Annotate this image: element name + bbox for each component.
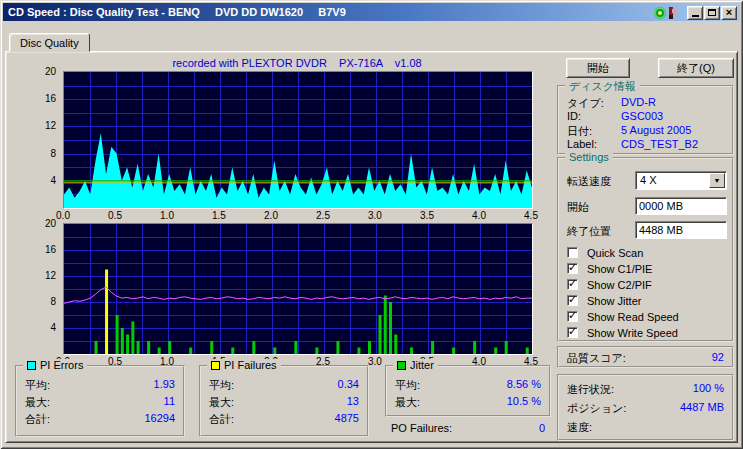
disc-info-row: タイプ:DVD-R — [567, 96, 724, 110]
show-read-speed-checkbox[interactable]: ✓ — [567, 311, 578, 322]
maximize-icon — [708, 9, 716, 16]
maximize-button[interactable] — [704, 6, 720, 20]
group-title: ディスク情報 — [569, 79, 636, 94]
title-bar[interactable]: CD Speed : Disc Quality Test - BENQ DVD … — [3, 3, 740, 21]
cd-icon-button[interactable] — [651, 5, 668, 20]
stat-value: 16294 — [144, 412, 175, 424]
disc-info-label: Label: — [567, 138, 597, 150]
checkbox-row-show-write-speed[interactable]: ✓ Show Write Speed — [567, 327, 726, 341]
jitter-group: Jitter 平均:8.56 % 最大:10.5 % — [385, 365, 551, 417]
stat-label: 平均: — [209, 378, 234, 393]
pi-errors-color-swatch — [27, 361, 36, 370]
app-window: CD Speed : Disc Quality Test - BENQ DVD … — [0, 0, 743, 449]
camera-icon — [669, 7, 673, 19]
quick-scan-checkbox[interactable]: ✓ — [567, 247, 578, 258]
bottom-chart-y-axis-labels: 20161284 — [34, 223, 60, 353]
jitter-color-swatch — [397, 361, 406, 370]
end-position-label: 終了位置 — [567, 224, 611, 239]
transfer-speed-label: 転送速度 — [567, 174, 611, 189]
chevron-down-icon[interactable]: ▼ — [709, 173, 725, 188]
start-position-input[interactable] — [635, 197, 727, 215]
position-row: ポジション: 4487 MB — [567, 401, 724, 415]
speed-label: 速度: — [567, 420, 592, 435]
disc-info-value: GSC003 — [621, 110, 663, 122]
stat-label: 平均: — [25, 378, 50, 393]
top-chart-y-axis-labels: 20161284 — [34, 71, 60, 207]
disc-info-group-title: ディスク情報 — [565, 79, 640, 94]
show-write-speed-checkbox[interactable]: ✓ — [567, 327, 578, 338]
stat-label: 最大: — [25, 395, 50, 410]
settings-group-title: Settings — [565, 151, 613, 163]
group-title: PI Failures — [224, 359, 277, 371]
stat-row: 平均:0.34 — [209, 378, 359, 392]
checkbox-label: Show Read Speed — [587, 311, 679, 323]
tab-page: recorded with PLEXTOR DVDR PX-716A v1.08… — [5, 51, 738, 443]
speed-row: 速度: — [567, 420, 724, 434]
check-icon: ✓ — [568, 325, 577, 338]
stat-row: 平均:1.93 — [25, 378, 175, 392]
show-c2-pif-checkbox[interactable]: ✓ — [567, 279, 578, 290]
pi-failures-color-swatch — [211, 361, 220, 370]
end-position-input[interactable] — [635, 221, 727, 239]
titlebar-buttons: × — [651, 5, 737, 20]
stat-value: 4875 — [335, 412, 359, 424]
minimize-button[interactable] — [687, 6, 703, 20]
disc-info-label: ID: — [567, 110, 581, 122]
group-title: Settings — [569, 151, 609, 163]
stat-row: 最大:13 — [209, 395, 359, 409]
po-failures-row: PO Failures: 0 — [391, 422, 545, 436]
disc-info-value: 5 August 2005 — [621, 124, 691, 136]
check-icon: ✓ — [568, 293, 577, 306]
checkbox-row-show-c2-pif[interactable]: ✓ Show C2/PIF — [567, 279, 726, 293]
progress-value: 100 % — [693, 382, 724, 394]
checkbox-row-show-read-speed[interactable]: ✓ Show Read Speed — [567, 311, 726, 325]
exit-button[interactable]: 終了(Q) — [658, 58, 734, 78]
close-button[interactable]: × — [721, 6, 737, 20]
disc-info-group: ディスク情報 タイプ:DVD-R ID:GSC003 日付:5 August 2… — [557, 85, 734, 155]
checkbox-label: Quick Scan — [587, 247, 643, 259]
stat-label: 平均: — [395, 378, 420, 393]
position-value: 4487 MB — [680, 401, 724, 413]
tab-label: Disc Quality — [20, 37, 79, 49]
checkbox-label: Show C2/PIF — [587, 279, 652, 291]
transfer-speed-value: 4 X — [640, 174, 657, 186]
progress-row: 進行状況: 100 % — [567, 382, 724, 396]
quality-score-label: 品質スコア: — [567, 351, 626, 366]
stat-row: 合計:4875 — [209, 412, 359, 426]
stat-value: 0.34 — [338, 378, 359, 390]
disc-info-row: Label:CDS_TEST_B2 — [567, 138, 724, 152]
checkbox-row-show-jitter[interactable]: ✓ Show Jitter — [567, 295, 726, 309]
show-c1-pie-checkbox[interactable]: ✓ — [567, 263, 578, 274]
disc-info-value: CDS_TEST_B2 — [621, 138, 698, 150]
disc-info-row: 日付:5 August 2005 — [567, 124, 724, 138]
tab-disc-quality[interactable]: Disc Quality — [9, 33, 90, 52]
checkbox-row-show-c1-pie[interactable]: ✓ Show C1/PIE — [567, 263, 726, 277]
camera-icon-button[interactable] — [669, 5, 686, 20]
stat-value: 13 — [347, 395, 359, 407]
pi-errors-group: PI Errors 平均:1.93 最大:11 合計:16294 — [15, 365, 185, 437]
stat-value: 10.5 % — [507, 395, 541, 407]
start-position-label: 開始 — [567, 200, 589, 215]
po-failures-value: 0 — [539, 422, 545, 434]
transfer-speed-select[interactable]: 4 X ▼ — [635, 171, 727, 190]
settings-group: Settings 転送速度 4 X ▼ 開始 終了位置 ✓ Quick Scan… — [557, 157, 734, 342]
jitter-group-title: Jitter — [393, 359, 438, 371]
checkbox-label: Show Jitter — [587, 295, 641, 307]
start-button[interactable]: 開始 — [566, 58, 630, 78]
checkbox-label: Show Write Speed — [587, 327, 678, 339]
close-icon: × — [726, 7, 732, 18]
top-chart-x-axis-labels: 0.00.51.01.52.02.53.03.54.04.5 — [63, 210, 531, 222]
checkbox-row-quick-scan[interactable]: ✓ Quick Scan — [567, 247, 726, 261]
progress-box: 進行状況: 100 % ポジション: 4487 MB 速度: — [557, 374, 734, 441]
stat-label: 最大: — [209, 395, 234, 410]
group-title: PI Errors — [40, 359, 83, 371]
stat-row: 最大:10.5 % — [395, 395, 541, 409]
check-icon: ✓ — [568, 277, 577, 290]
group-title: Jitter — [410, 359, 434, 371]
pi-failures-jitter-chart — [63, 223, 533, 355]
disc-info-label: 日付: — [567, 124, 592, 139]
show-jitter-checkbox[interactable]: ✓ — [567, 295, 578, 306]
quality-score-box: 品質スコア: 92 — [557, 346, 734, 368]
stat-value: 11 — [164, 395, 175, 407]
window-title: CD Speed : Disc Quality Test - BENQ DVD … — [3, 6, 346, 18]
